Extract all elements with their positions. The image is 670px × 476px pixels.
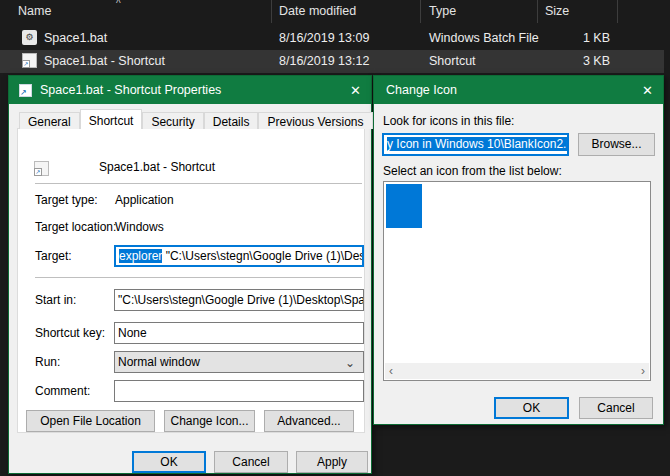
- scroll-right-icon[interactable]: ›: [641, 364, 645, 378]
- table-row[interactable]: ⚙ Space1.bat 8/16/2019 13:09 Windows Bat…: [0, 27, 664, 50]
- desktop: ^ Name Date modified Type Size ⚙ Space1.…: [0, 0, 670, 476]
- tab-previous-versions[interactable]: Previous Versions: [258, 112, 372, 129]
- dialog-title: Space1.bat - Shortcut Properties: [40, 83, 331, 97]
- shortcut-file-name: Space1.bat - Shortcut: [99, 160, 215, 174]
- horizontal-scrollbar[interactable]: ‹ ›: [385, 363, 649, 379]
- divider: [35, 183, 362, 184]
- shortcut-key-label: Shortcut key:: [35, 326, 105, 340]
- shortcut-arrow-icon: ↗: [22, 60, 30, 68]
- file-name: Space1.bat - Shortcut: [44, 54, 165, 68]
- target-input[interactable]: explorer "C:\Users\stegn\Google Drive (1…: [114, 245, 364, 267]
- look-for-icons-label: Look for icons in this file:: [383, 114, 514, 128]
- close-icon[interactable]: ✕: [331, 83, 361, 98]
- column-divider[interactable]: [420, 0, 421, 23]
- cancel-button[interactable]: Cancel: [579, 397, 653, 419]
- properties-titlebar[interactable]: ↗ Space1.bat - Shortcut Properties ✕: [9, 76, 371, 104]
- tab-general[interactable]: General: [19, 112, 80, 129]
- tab-details[interactable]: Details: [204, 112, 259, 129]
- column-header-date-modified[interactable]: Date modified: [279, 4, 356, 18]
- select-icon-label: Select an icon from the list below:: [383, 164, 562, 178]
- change-icon-titlebar[interactable]: Change Icon ✕: [374, 76, 663, 104]
- file-size: 1 KB: [540, 31, 610, 45]
- tab-shortcut[interactable]: Shortcut: [80, 109, 143, 129]
- shortcut-file-icon: ↗: [34, 161, 49, 176]
- ok-button[interactable]: OK: [494, 397, 569, 419]
- target-path-text: "C:\Users\stegn\Google Drive (1)\Deskto: [162, 249, 364, 263]
- apply-button[interactable]: Apply: [296, 451, 368, 473]
- file-type: Shortcut: [429, 54, 476, 68]
- open-file-location-button[interactable]: Open File Location: [26, 410, 155, 432]
- comment-label: Comment:: [35, 384, 90, 398]
- target-location-label: Target location:: [35, 220, 116, 234]
- change-icon-button[interactable]: Change Icon...: [164, 410, 255, 432]
- scroll-left-icon[interactable]: ‹: [389, 364, 393, 378]
- batch-file-icon: ⚙: [22, 30, 37, 45]
- icon-file-input[interactable]: y Icon in Windows 10\BlankIcon2.ico: [382, 133, 569, 156]
- shortcut-arrow-icon: ↗: [34, 168, 42, 176]
- file-date: 8/16/2019 13:12: [279, 54, 369, 68]
- table-row[interactable]: ↗ Space1.bat - Shortcut 8/16/2019 13:12 …: [0, 50, 664, 73]
- file-name: Space1.bat: [44, 31, 107, 45]
- comment-input[interactable]: [114, 380, 364, 402]
- start-in-label: Start in:: [35, 293, 76, 307]
- selected-blank-icon[interactable]: [386, 184, 422, 228]
- change-icon-dialog: Change Icon ✕ Look for icons in this fil…: [373, 75, 664, 425]
- browse-button[interactable]: Browse...: [578, 133, 655, 156]
- shortcut-icon: ↗: [19, 84, 32, 97]
- cancel-button[interactable]: Cancel: [214, 451, 288, 473]
- column-header-type[interactable]: Type: [429, 4, 456, 18]
- target-label: Target:: [35, 249, 72, 263]
- shortcut-properties-dialog: ↗ Space1.bat - Shortcut Properties ✕ Gen…: [8, 75, 372, 474]
- tab-security[interactable]: Security: [142, 112, 203, 129]
- run-value: Normal window: [118, 355, 200, 369]
- ok-button[interactable]: OK: [132, 451, 206, 473]
- run-dropdown[interactable]: Normal window ⌄: [114, 351, 364, 373]
- chevron-down-icon: ⌄: [345, 353, 355, 373]
- selected-text: explorer: [119, 249, 162, 263]
- file-date: 8/16/2019 13:09: [279, 31, 369, 45]
- sort-ascending-icon[interactable]: ^: [116, 0, 121, 9]
- column-divider[interactable]: [271, 0, 272, 23]
- target-type-label: Target type:: [35, 193, 98, 207]
- tab-strip: General Shortcut Security Details Previo…: [19, 109, 373, 129]
- column-header-size[interactable]: Size: [545, 4, 569, 18]
- file-size: 3 KB: [540, 54, 610, 68]
- start-in-input[interactable]: "C:\Users\stegn\Google Drive (1)\Desktop…: [114, 289, 364, 311]
- target-location-value: Windows: [115, 220, 164, 234]
- icon-list[interactable]: ‹ ›: [383, 181, 651, 381]
- divider: [35, 277, 362, 278]
- column-divider[interactable]: [537, 0, 538, 23]
- selected-text: y Icon in Windows 10\BlankIcon2.ico: [387, 137, 569, 151]
- shortcut-key-input[interactable]: None: [114, 322, 364, 344]
- target-type-value: Application: [115, 193, 174, 207]
- file-type: Windows Batch File: [429, 31, 539, 45]
- shortcut-file-icon: ↗: [22, 53, 37, 68]
- advanced-button[interactable]: Advanced...: [264, 410, 354, 432]
- close-icon[interactable]: ✕: [623, 83, 653, 98]
- shortcut-tab-page: ↗ Space1.bat - Shortcut Target type: App…: [17, 128, 365, 433]
- column-divider[interactable]: [617, 0, 618, 23]
- run-label: Run:: [35, 355, 60, 369]
- column-header-name[interactable]: Name: [18, 4, 51, 18]
- dialog-title: Change Icon: [386, 83, 623, 97]
